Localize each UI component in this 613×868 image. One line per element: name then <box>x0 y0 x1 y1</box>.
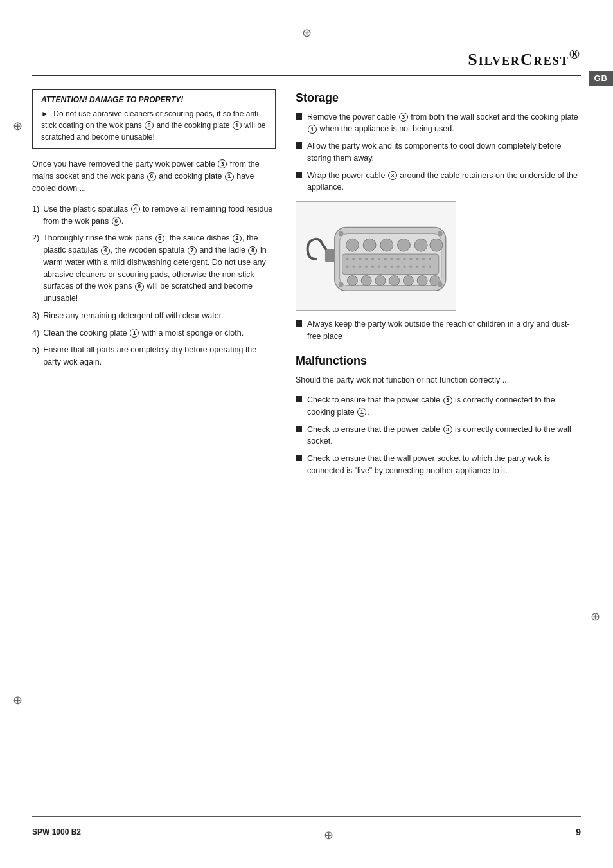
svg-rect-29 <box>371 266 374 268</box>
malfunctions-section: Malfunctions Should the party wok not fu… <box>296 354 581 477</box>
svg-rect-18 <box>391 258 393 260</box>
step-4: 4) Clean the cooking plate 1 with a mois… <box>32 327 276 339</box>
svg-point-43 <box>403 276 413 286</box>
svg-rect-12 <box>352 258 355 260</box>
circle-num-1a: 1 <box>225 172 234 181</box>
storage-after-bullet: Always keep the party wok outside the re… <box>296 318 581 343</box>
footer: SPW 1000 B2 ⊕ 9 <box>32 816 581 842</box>
intro-paragraph: Once you have removed the party wok powe… <box>32 158 276 195</box>
appliance-illustration <box>296 201 456 311</box>
svg-rect-20 <box>403 258 405 260</box>
malfunction-bullet-1: Check to ensure that the power cable 3 i… <box>296 394 581 419</box>
svg-rect-37 <box>422 266 425 268</box>
bullet-icon-3 <box>296 172 302 178</box>
svg-rect-28 <box>365 266 368 268</box>
svg-rect-35 <box>409 266 412 268</box>
svg-point-5 <box>363 239 376 251</box>
storage-title: Storage <box>296 91 581 105</box>
svg-point-47 <box>438 231 443 237</box>
svg-rect-26 <box>352 266 355 268</box>
svg-point-6 <box>380 239 393 251</box>
storage-bullet-1-text: Remove the power cable 3 from both the w… <box>307 111 581 136</box>
bullet-icon-after <box>296 320 302 327</box>
left-column: ATTENTION! DAMAGE TO PROPERTY! ► Do not … <box>32 89 276 482</box>
malfunction-bullet-1-text: Check to ensure that the power cable 3 i… <box>307 394 581 419</box>
step-5: 5) Ensure that all parts are completely … <box>32 344 276 368</box>
bullet-icon-m2 <box>296 426 302 432</box>
bottom-registration-mark: ⊕ <box>324 828 333 842</box>
svg-point-4 <box>346 239 359 251</box>
storage-bullet-2-text: Allow the party wok and its components t… <box>307 140 581 165</box>
svg-rect-19 <box>397 258 400 260</box>
storage-bullet-1: Remove the power cable 3 from both the w… <box>296 111 581 136</box>
svg-rect-14 <box>365 258 368 260</box>
malfunction-bullet-3-text: Check to ensure that the wall power sock… <box>307 453 581 477</box>
attention-content: ► Do not use abrasive cleaners or scouri… <box>41 108 267 143</box>
attention-title: ATTENTION! DAMAGE TO PROPERTY! <box>41 95 267 104</box>
attention-box: ATTENTION! DAMAGE TO PROPERTY! ► Do not … <box>32 89 276 149</box>
svg-rect-24 <box>429 258 431 260</box>
svg-rect-30 <box>378 266 380 268</box>
language-badge: GB <box>589 71 614 86</box>
svg-rect-15 <box>371 258 374 260</box>
svg-rect-27 <box>359 266 361 268</box>
svg-rect-25 <box>346 266 349 268</box>
storage-bullet-3: Wrap the power cable 3 around the cable … <box>296 170 581 194</box>
storage-after-text: Always keep the party wok outside the re… <box>307 318 581 343</box>
bullet-icon-m1 <box>296 396 302 402</box>
cleaning-steps: 1) Use the plastic spatulas 4 to remove … <box>32 203 276 368</box>
main-content: ATTENTION! DAMAGE TO PROPERTY! ► Do not … <box>32 89 581 482</box>
malfunctions-bullets: Check to ensure that the power cable 3 i… <box>296 394 581 477</box>
svg-point-49 <box>438 282 443 287</box>
svg-point-7 <box>398 239 411 251</box>
bullet-icon-2 <box>296 142 302 149</box>
svg-rect-11 <box>346 258 349 260</box>
svg-point-42 <box>389 276 400 286</box>
svg-rect-16 <box>378 258 380 260</box>
svg-rect-17 <box>384 258 387 260</box>
storage-bullet-2: Allow the party wok and its components t… <box>296 140 581 165</box>
footer-model: SPW 1000 B2 <box>32 827 81 836</box>
svg-rect-33 <box>397 266 400 268</box>
svg-rect-38 <box>429 266 431 268</box>
malfunctions-title: Malfunctions <box>296 354 581 368</box>
malfunctions-intro: Should the party wok not function or not… <box>296 374 581 386</box>
svg-point-39 <box>348 276 358 286</box>
step-3: 3) Rinse any remaining detergent off wit… <box>32 310 276 322</box>
circle-num-1: 1 <box>233 121 242 130</box>
svg-rect-21 <box>409 258 412 260</box>
footer-page-number: 9 <box>576 827 581 837</box>
svg-rect-31 <box>384 266 387 268</box>
svg-point-46 <box>339 231 344 237</box>
circle-num-3a: 3 <box>218 159 227 168</box>
bullet-icon-1 <box>296 113 302 120</box>
svg-point-8 <box>414 239 427 251</box>
svg-rect-36 <box>416 266 418 268</box>
svg-point-9 <box>430 239 443 251</box>
svg-point-40 <box>361 276 371 286</box>
svg-rect-23 <box>422 258 425 260</box>
svg-rect-32 <box>391 266 393 268</box>
page: ⊕ SilverCrest® GB ⊕ ⊕ ⊕ ATTENTION! DAMAG… <box>0 0 613 868</box>
bullet-icon-m3 <box>296 455 302 461</box>
storage-section: Storage Remove the power cable 3 from bo… <box>296 91 581 343</box>
svg-rect-34 <box>403 266 405 268</box>
attention-text: Do not use abrasive cleaners or scouring… <box>41 109 266 141</box>
svg-rect-10 <box>342 254 439 275</box>
step-2: 2) Thoroughly rinse the wok pans 6, the … <box>32 232 276 305</box>
circle-num-6: 6 <box>145 121 154 130</box>
right-registration-mark: ⊕ <box>591 610 600 624</box>
storage-bullets: Remove the power cable 3 from both the w… <box>296 111 581 194</box>
malfunction-bullet-2-text: Check to ensure that the power cable 3 i… <box>307 424 581 448</box>
brand-logo: SilverCrest® <box>468 50 581 69</box>
svg-rect-22 <box>416 258 418 260</box>
right-column: Storage Remove the power cable 3 from bo… <box>296 89 581 482</box>
svg-point-41 <box>375 276 386 286</box>
left-registration-mark-top: ⊕ <box>13 119 22 133</box>
header: SilverCrest® <box>32 46 581 76</box>
arrow-bullet: ► <box>41 108 49 120</box>
step-1: 1) Use the plastic spatulas 4 to remove … <box>32 203 276 228</box>
malfunction-bullet-2: Check to ensure that the power cable 3 i… <box>296 424 581 448</box>
circle-num-6a: 6 <box>147 172 156 181</box>
svg-point-48 <box>339 282 344 287</box>
